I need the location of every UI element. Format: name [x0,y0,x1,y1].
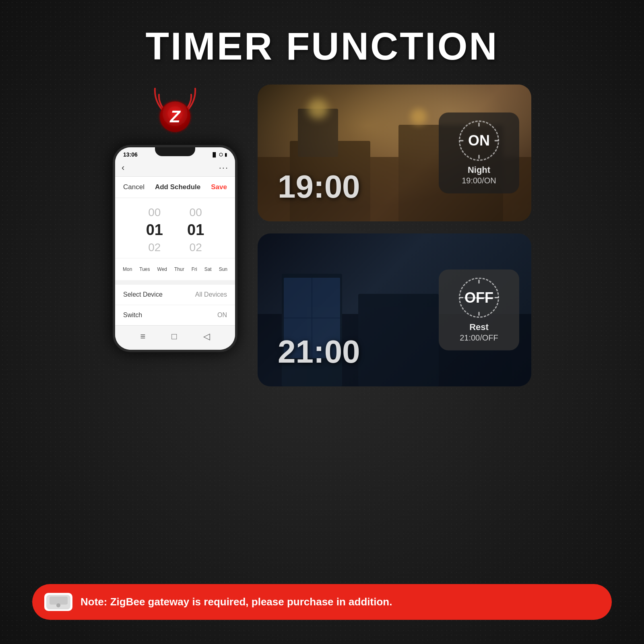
hour-next: 02 [148,241,161,254]
off-status-label: OFF [464,289,493,306]
hour-prev: 00 [148,206,161,219]
day-sun[interactable]: Sun [217,265,230,274]
on-control-widget: ON Night 19:00/ON [439,113,519,194]
select-device-label: Select Device [123,291,163,298]
hours-column[interactable]: 00 01 02 [146,206,163,254]
scene-panel-bottom: 21:00 OFF Rest 21:00/OFF [258,233,531,386]
note-text: Note: ZigBee gateway is required, please… [80,596,392,608]
kitchen-background: 19:00 ON Night 19:00/ON [258,85,531,221]
phone-notch [155,147,195,156]
gateway-icon [44,593,72,611]
on-dial: ON [459,121,499,161]
off-dial: OFF [459,278,499,318]
network-icon: ⬡ [219,152,223,157]
scene-bottom-time-label: 21:00/OFF [447,333,511,343]
time-columns: 00 01 02 00 01 02 [115,206,235,254]
left-side: Z 13:06 ▐▌ ⬡ ▮ [113,85,237,352]
select-device-value: All Devices [195,291,227,298]
page: TIMER FUNCTION [0,0,644,644]
svg-point-6 [308,99,328,119]
signal-icon: ▐▌ [211,152,217,157]
scene-bottom-scene-label: Rest [447,322,511,332]
scene-top-time-label: 19:00/ON [447,176,511,186]
back-nav-icon[interactable]: ◁ [203,331,210,342]
battery-icon: ▮ [225,152,227,157]
day-fri[interactable]: Fri [189,265,200,274]
scene-top-scene-label: Night [447,165,511,175]
svg-rect-10 [358,294,439,386]
app-header: ‹ ··· [115,159,235,177]
bottom-nav: ≡ □ ◁ [115,325,235,350]
status-time: 13:06 [123,151,138,158]
page-title: TIMER FUNCTION [145,24,498,68]
add-schedule-title: Add Schedule [155,183,200,191]
svg-point-7 [411,109,427,125]
switch-label: Switch [123,312,142,319]
schedule-header: Cancel Add Schedule Save [115,177,235,198]
scene-panel-top: 19:00 ON Night 19:00/ON [258,85,531,221]
note-bar: Note: ZigBee gateway is required, please… [32,584,612,620]
back-button[interactable]: ‹ [122,163,124,173]
switch-value: ON [217,312,227,319]
zigbee-logo: Z [143,85,207,141]
main-content: Z 13:06 ▐▌ ⬡ ▮ [0,85,644,386]
select-device-row[interactable]: Select Device All Devices [115,284,235,305]
day-wed[interactable]: Wed [155,265,169,274]
off-control-widget: OFF Rest 21:00/OFF [439,270,519,351]
scene-top-time: 19:00 [278,168,360,205]
minutes-column[interactable]: 00 01 02 [187,206,204,254]
day-tue[interactable]: Tues [137,265,152,274]
save-button[interactable]: Save [211,183,227,191]
svg-text:Z: Z [169,107,181,126]
right-side: 19:00 ON Night 19:00/ON [258,85,531,386]
min-current: 01 [187,221,204,239]
min-prev: 00 [190,206,202,219]
switch-row[interactable]: Switch ON [115,305,235,325]
night-background: 21:00 OFF Rest 21:00/OFF [258,233,531,386]
time-picker[interactable]: 00 01 02 00 01 02 [115,198,235,258]
home-icon[interactable]: □ [171,331,177,342]
time-picker-scroll[interactable]: 00 01 02 00 01 02 [115,206,235,254]
scene-bottom-time: 21:00 [278,333,360,370]
day-mon[interactable]: Mon [120,265,134,274]
menu-icon[interactable]: ≡ [140,331,145,342]
min-next: 02 [190,241,202,254]
more-options-button[interactable]: ··· [219,163,229,173]
days-selector: Mon Tues Wed Thur Fri Sat Sun [115,258,235,280]
day-thu[interactable]: Thur [172,265,187,274]
hour-current: 01 [146,221,163,239]
on-status-label: ON [468,132,490,149]
day-sat[interactable]: Sat [202,265,214,274]
cancel-button[interactable]: Cancel [123,183,144,191]
phone-screen: 13:06 ▐▌ ⬡ ▮ ‹ ··· [115,147,235,350]
status-icons: ▐▌ ⬡ ▮ [211,152,227,157]
phone-mockup: 13:06 ▐▌ ⬡ ▮ ‹ ··· [113,145,237,352]
